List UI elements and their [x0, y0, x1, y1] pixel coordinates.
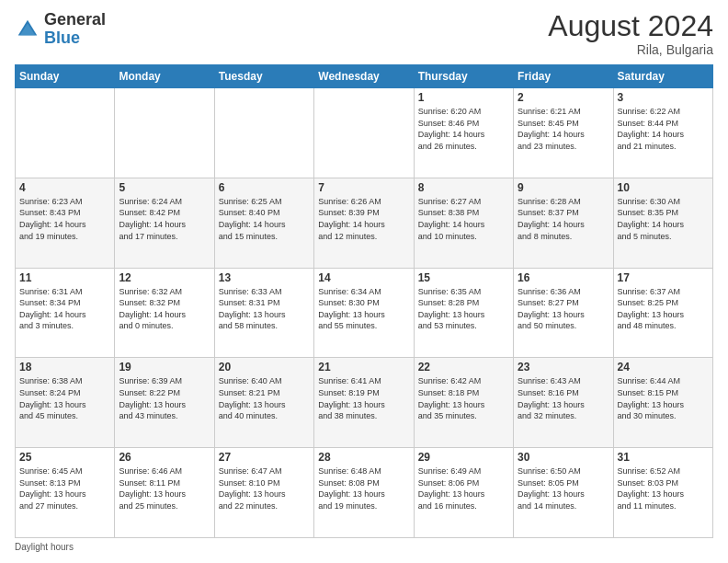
- week-row-1: 4Sunrise: 6:23 AM Sunset: 8:43 PM Daylig…: [16, 178, 713, 268]
- day-info-2: Sunrise: 6:21 AM Sunset: 8:45 PM Dayligh…: [518, 106, 609, 152]
- day-num-12: 12: [119, 271, 210, 284]
- col-monday: Monday: [115, 65, 214, 88]
- day-num-24: 24: [618, 361, 709, 373]
- cell-2-3: 14Sunrise: 6:34 AM Sunset: 8:30 PM Dayli…: [314, 268, 414, 358]
- day-info-18: Sunrise: 6:38 AM Sunset: 8:24 PM Dayligh…: [19, 375, 110, 421]
- day-info-30: Sunrise: 6:50 AM Sunset: 8:05 PM Dayligh…: [518, 465, 609, 511]
- col-wednesday: Wednesday: [314, 65, 414, 88]
- day-info-5: Sunrise: 6:24 AM Sunset: 8:42 PM Dayligh…: [119, 196, 210, 242]
- cell-1-3: 7Sunrise: 6:26 AM Sunset: 8:39 PM Daylig…: [314, 178, 414, 268]
- day-info-20: Sunrise: 6:40 AM Sunset: 8:21 PM Dayligh…: [219, 375, 310, 421]
- day-num-23: 23: [518, 361, 609, 373]
- cell-0-2: [214, 88, 313, 178]
- day-info-14: Sunrise: 6:34 AM Sunset: 8:30 PM Dayligh…: [318, 286, 409, 332]
- cell-3-2: 20Sunrise: 6:40 AM Sunset: 8:21 PM Dayli…: [214, 358, 313, 448]
- day-info-25: Sunrise: 6:45 AM Sunset: 8:13 PM Dayligh…: [19, 465, 110, 511]
- cell-0-3: [314, 88, 414, 178]
- day-num-5: 5: [119, 181, 210, 194]
- cell-3-3: 21Sunrise: 6:41 AM Sunset: 8:19 PM Dayli…: [314, 358, 414, 448]
- cell-0-0: [16, 88, 115, 178]
- week-row-0: 1Sunrise: 6:20 AM Sunset: 8:46 PM Daylig…: [16, 88, 713, 178]
- day-num-14: 14: [318, 271, 409, 284]
- col-thursday: Thursday: [414, 65, 513, 88]
- day-info-13: Sunrise: 6:33 AM Sunset: 8:31 PM Dayligh…: [219, 286, 310, 332]
- day-num-29: 29: [418, 451, 509, 464]
- day-num-26: 26: [119, 451, 210, 464]
- logo-blue-text: Blue: [44, 29, 106, 48]
- calendar-table: Sunday Monday Tuesday Wednesday Thursday…: [15, 64, 713, 538]
- day-info-28: Sunrise: 6:48 AM Sunset: 8:08 PM Dayligh…: [318, 465, 409, 511]
- day-info-12: Sunrise: 6:32 AM Sunset: 8:32 PM Dayligh…: [119, 286, 210, 332]
- cell-0-6: 3Sunrise: 6:22 AM Sunset: 8:44 PM Daylig…: [613, 88, 712, 178]
- col-sunday: Sunday: [16, 65, 115, 88]
- day-info-27: Sunrise: 6:47 AM Sunset: 8:10 PM Dayligh…: [219, 465, 310, 511]
- logo: General Blue: [15, 11, 106, 48]
- day-num-1: 1: [418, 91, 509, 104]
- day-info-19: Sunrise: 6:39 AM Sunset: 8:22 PM Dayligh…: [119, 375, 210, 421]
- week-row-3: 18Sunrise: 6:38 AM Sunset: 8:24 PM Dayli…: [16, 358, 713, 448]
- day-info-23: Sunrise: 6:43 AM Sunset: 8:16 PM Dayligh…: [518, 375, 609, 421]
- cell-4-0: 25Sunrise: 6:45 AM Sunset: 8:13 PM Dayli…: [16, 448, 115, 538]
- cell-4-4: 29Sunrise: 6:49 AM Sunset: 8:06 PM Dayli…: [414, 448, 513, 538]
- day-num-18: 18: [19, 361, 110, 373]
- cell-3-1: 19Sunrise: 6:39 AM Sunset: 8:22 PM Dayli…: [115, 358, 214, 448]
- footer-label: Daylight hours: [15, 542, 74, 552]
- day-num-15: 15: [418, 271, 509, 284]
- day-num-13: 13: [219, 271, 310, 284]
- logo-text: General Blue: [44, 11, 106, 48]
- cell-3-4: 22Sunrise: 6:42 AM Sunset: 8:18 PM Dayli…: [414, 358, 513, 448]
- day-num-27: 27: [219, 451, 310, 464]
- logo-general-text: General: [44, 11, 106, 29]
- cell-1-5: 9Sunrise: 6:28 AM Sunset: 8:37 PM Daylig…: [514, 178, 613, 268]
- cell-2-5: 16Sunrise: 6:36 AM Sunset: 8:27 PM Dayli…: [514, 268, 613, 358]
- day-num-16: 16: [518, 271, 609, 284]
- day-num-20: 20: [219, 361, 310, 373]
- day-num-21: 21: [318, 361, 409, 373]
- header-row: Sunday Monday Tuesday Wednesday Thursday…: [16, 65, 713, 88]
- day-num-25: 25: [19, 451, 110, 464]
- location-title: Rila, Bulgaria: [548, 42, 713, 57]
- day-info-29: Sunrise: 6:49 AM Sunset: 8:06 PM Dayligh…: [418, 465, 509, 511]
- cell-4-6: 31Sunrise: 6:52 AM Sunset: 8:03 PM Dayli…: [613, 448, 712, 538]
- cell-2-0: 11Sunrise: 6:31 AM Sunset: 8:34 PM Dayli…: [16, 268, 115, 358]
- day-num-8: 8: [418, 181, 509, 194]
- month-year-title: August 2024: [548, 11, 713, 40]
- day-info-22: Sunrise: 6:42 AM Sunset: 8:18 PM Dayligh…: [418, 375, 509, 421]
- day-num-22: 22: [418, 361, 509, 373]
- day-info-6: Sunrise: 6:25 AM Sunset: 8:40 PM Dayligh…: [219, 196, 310, 242]
- day-info-9: Sunrise: 6:28 AM Sunset: 8:37 PM Dayligh…: [518, 196, 609, 242]
- day-num-3: 3: [618, 91, 709, 104]
- day-num-11: 11: [19, 271, 110, 284]
- cell-4-1: 26Sunrise: 6:46 AM Sunset: 8:11 PM Dayli…: [115, 448, 214, 538]
- day-num-30: 30: [518, 451, 609, 464]
- cell-0-5: 2Sunrise: 6:21 AM Sunset: 8:45 PM Daylig…: [514, 88, 613, 178]
- cell-2-1: 12Sunrise: 6:32 AM Sunset: 8:32 PM Dayli…: [115, 268, 214, 358]
- day-info-11: Sunrise: 6:31 AM Sunset: 8:34 PM Dayligh…: [19, 286, 110, 332]
- day-info-31: Sunrise: 6:52 AM Sunset: 8:03 PM Dayligh…: [618, 465, 709, 511]
- cell-4-3: 28Sunrise: 6:48 AM Sunset: 8:08 PM Dayli…: [314, 448, 414, 538]
- page: General Blue August 2024 Rila, Bulgaria …: [0, 0, 728, 563]
- day-num-9: 9: [518, 181, 609, 194]
- day-num-17: 17: [618, 271, 709, 284]
- col-friday: Friday: [514, 65, 613, 88]
- day-info-15: Sunrise: 6:35 AM Sunset: 8:28 PM Dayligh…: [418, 286, 509, 332]
- day-info-26: Sunrise: 6:46 AM Sunset: 8:11 PM Dayligh…: [119, 465, 210, 511]
- cell-1-1: 5Sunrise: 6:24 AM Sunset: 8:42 PM Daylig…: [115, 178, 214, 268]
- cell-0-4: 1Sunrise: 6:20 AM Sunset: 8:46 PM Daylig…: [414, 88, 513, 178]
- cell-1-4: 8Sunrise: 6:27 AM Sunset: 8:38 PM Daylig…: [414, 178, 513, 268]
- cell-2-6: 17Sunrise: 6:37 AM Sunset: 8:25 PM Dayli…: [613, 268, 712, 358]
- cell-3-5: 23Sunrise: 6:43 AM Sunset: 8:16 PM Dayli…: [514, 358, 613, 448]
- cell-2-2: 13Sunrise: 6:33 AM Sunset: 8:31 PM Dayli…: [214, 268, 313, 358]
- cell-0-1: [115, 88, 214, 178]
- day-num-28: 28: [318, 451, 409, 464]
- day-info-8: Sunrise: 6:27 AM Sunset: 8:38 PM Dayligh…: [418, 196, 509, 242]
- day-info-10: Sunrise: 6:30 AM Sunset: 8:35 PM Dayligh…: [618, 196, 709, 242]
- header: General Blue August 2024 Rila, Bulgaria: [15, 11, 713, 57]
- day-num-10: 10: [618, 181, 709, 194]
- day-num-7: 7: [318, 181, 409, 194]
- week-row-2: 11Sunrise: 6:31 AM Sunset: 8:34 PM Dayli…: [16, 268, 713, 358]
- day-info-24: Sunrise: 6:44 AM Sunset: 8:15 PM Dayligh…: [618, 375, 709, 421]
- week-row-4: 25Sunrise: 6:45 AM Sunset: 8:13 PM Dayli…: [16, 448, 713, 538]
- cell-2-4: 15Sunrise: 6:35 AM Sunset: 8:28 PM Dayli…: [414, 268, 513, 358]
- col-tuesday: Tuesday: [214, 65, 313, 88]
